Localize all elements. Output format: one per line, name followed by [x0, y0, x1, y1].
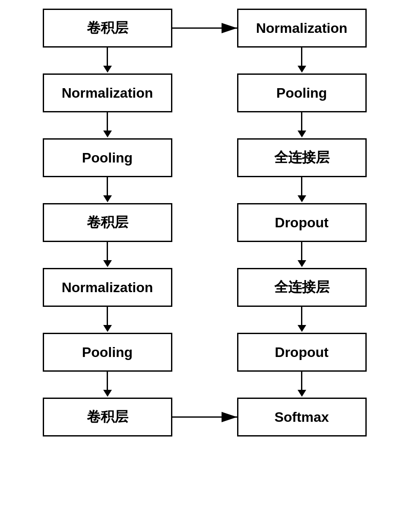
right-box-4: 全连接层: [237, 268, 367, 307]
left-box-5: Pooling: [43, 333, 172, 372]
left-column: 卷积层 Normalization Pooling 卷积层 Normalizat…: [10, 9, 205, 436]
right-box-6: Softmax: [237, 398, 367, 436]
arrow-down-right-2: [298, 177, 306, 203]
right-box-2: 全连接层: [237, 138, 367, 177]
left-box-0: 卷积层: [43, 9, 172, 48]
left-box-1: Normalization: [43, 73, 172, 112]
arrow-down-left-3: [103, 242, 112, 268]
right-box-0: Normalization: [237, 9, 367, 48]
arrow-down-left-5: [103, 372, 112, 398]
left-box-2: Pooling: [43, 138, 172, 177]
arrow-down-left-1: [103, 112, 112, 138]
right-column: Normalization Pooling 全连接层 Dropout 全连接层 …: [205, 9, 399, 436]
arrow-down-left-0: [103, 48, 112, 73]
arrow-down-right-5: [298, 372, 306, 398]
right-box-3: Dropout: [237, 203, 367, 242]
right-box-5: Dropout: [237, 333, 367, 372]
arrow-down-right-4: [298, 307, 306, 333]
left-box-6: 卷积层: [43, 398, 172, 436]
neural-network-diagram: 卷积层 Normalization Pooling 卷积层 Normalizat…: [10, 9, 399, 436]
arrow-down-left-2: [103, 177, 112, 203]
left-box-3: 卷积层: [43, 203, 172, 242]
left-box-4: Normalization: [43, 268, 172, 307]
right-box-1: Pooling: [237, 73, 367, 112]
arrow-down-right-0: [298, 48, 306, 73]
arrow-down-right-3: [298, 242, 306, 268]
arrow-down-right-1: [298, 112, 306, 138]
arrow-down-left-4: [103, 307, 112, 333]
